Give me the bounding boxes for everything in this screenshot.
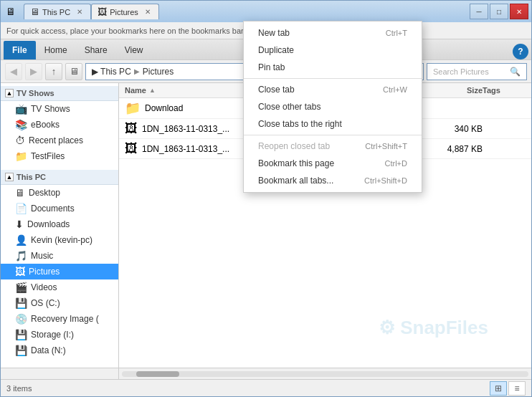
this-pc-collapse-btn[interactable]: ▲ (5, 173, 14, 181)
col-header-size[interactable]: Size (425, 86, 483, 95)
kevin-icon: 👤 (15, 234, 27, 246)
sidebar-item-kevin[interactable]: 👤 Kevin (kevin-pc) (1, 232, 118, 248)
search-icon: 🔍 (510, 67, 521, 77)
tab-this-pc[interactable]: 🖥 This PC ✕ (24, 4, 91, 19)
image-icon-2: 🖼 (125, 141, 138, 156)
sidebar-item-documents[interactable]: 📄 Documents (1, 201, 118, 216)
sidebar-item-testfiles-label: TestFiles (31, 151, 65, 161)
menu-close-tab-label: Close tab (258, 85, 295, 95)
sidebar-item-recent-label: Recent places (29, 135, 83, 145)
sidebar-item-videos-label: Videos (31, 282, 57, 292)
forward-button[interactable]: ▶ (25, 63, 42, 80)
menu-item-close-other[interactable]: Close other tabs (244, 98, 422, 115)
scrollbar-track[interactable] (122, 371, 528, 377)
menu-close-right-label: Close tabs to the right (258, 119, 342, 129)
menu-item-close-tab[interactable]: Close tab Ctrl+W (244, 81, 422, 98)
col-header-tags[interactable]: Tags (483, 86, 526, 95)
tab-pictures-label: Pictures (110, 8, 138, 16)
music-icon: 🎵 (15, 250, 27, 262)
sidebar-item-desktop-label: Desktop (29, 188, 60, 198)
tab-this-pc-icon: 🖥 (30, 6, 39, 17)
bookmark-bar-text: For quick access, place your bookmarks h… (6, 27, 245, 35)
view-buttons: ⊞ ≡ (490, 381, 526, 396)
menu-pin-tab-label: Pin tab (258, 62, 285, 72)
sidebar-item-ebooks[interactable]: 📚 eBooks (1, 117, 118, 133)
sidebar-item-music[interactable]: 🎵 Music (1, 248, 118, 264)
status-bar: 3 items ⊞ ≡ (1, 379, 531, 396)
sidebar-item-storage[interactable]: 💾 Storage (I:) (1, 327, 118, 343)
menu-bookmark-label: Bookmark this page (258, 158, 334, 168)
menu-item-duplicate[interactable]: Duplicate (244, 42, 422, 59)
file-size-1: 340 KB (425, 124, 483, 134)
menu-new-tab-shortcut: Ctrl+T (386, 29, 407, 37)
sidebar-item-recovery[interactable]: 💿 Recovery Image ( (1, 311, 118, 327)
sidebar-item-os-c[interactable]: 💾 OS (C:) (1, 295, 118, 311)
snapfiles-watermark: ⚙ SnapFiles (379, 317, 488, 339)
sidebar-item-tv-shows[interactable]: 📺 TV Shows (1, 101, 118, 117)
breadcrumb-this-pc[interactable]: ▶ This PC (92, 67, 131, 77)
menu-bookmark-shortcut: Ctrl+D (385, 159, 407, 168)
data-icon: 💾 (15, 345, 27, 356)
tab-pictures-close[interactable]: ✕ (143, 7, 153, 17)
items-count: 3 items (6, 384, 32, 393)
menu-reopen-label: Reopen closed tab (258, 141, 330, 151)
sidebar-item-recent[interactable]: ⏱ Recent places (1, 133, 118, 148)
this-pc-section-header[interactable]: ▲ This PC (1, 170, 118, 185)
tab-this-pc-label: This PC (42, 8, 70, 16)
ribbon-tab-share[interactable]: Share (76, 41, 116, 59)
maximize-button[interactable]: □ (490, 4, 508, 19)
recent-places-icon: ⏱ (15, 135, 25, 146)
list-view-button[interactable]: ≡ (508, 381, 526, 396)
sidebar-item-data[interactable]: 💾 Data (N:) (1, 343, 118, 358)
sidebar-item-testfiles[interactable]: 📁 TestFiles (1, 148, 118, 164)
menu-item-close-right[interactable]: Close tabs to the right (244, 115, 422, 133)
testfiles-icon: 📁 (15, 150, 27, 162)
sidebar-item-downloads[interactable]: ⬇ Downloads (1, 216, 118, 232)
menu-item-bookmark-all[interactable]: Bookmark all tabs... Ctrl+Shift+D (244, 172, 422, 189)
breadcrumb-pictures[interactable]: Pictures (143, 67, 174, 77)
menu-item-new-tab[interactable]: New tab Ctrl+T (244, 24, 422, 42)
sidebar-item-pictures[interactable]: 🖼 Pictures (1, 264, 118, 279)
favorites-collapse-btn[interactable]: ▲ (5, 89, 14, 97)
ribbon-tab-home[interactable]: Home (36, 41, 76, 59)
back-button[interactable]: ◀ (5, 63, 22, 80)
menu-item-reopen[interactable]: Reopen closed tab Ctrl+Shift+T (244, 138, 422, 155)
pictures-icon: 🖼 (15, 266, 25, 277)
sidebar-item-ebooks-label: eBooks (31, 120, 60, 130)
favorites-section-label: TV Shows (16, 89, 54, 97)
window-controls: ─ □ ✕ (470, 4, 528, 19)
sidebar-item-kevin-label: Kevin (kevin-pc) (31, 235, 92, 245)
help-button[interactable]: ? (513, 44, 528, 59)
ribbon-tab-home-label: Home (44, 45, 67, 55)
image-icon-1: 🖼 (125, 121, 138, 136)
favorites-section-header[interactable]: ▲ TV Shows (1, 86, 118, 101)
ribbon-tab-view[interactable]: View (116, 41, 152, 59)
details-view-button[interactable]: ⊞ (490, 381, 507, 396)
close-button[interactable]: ✕ (510, 4, 528, 19)
sidebar-item-desktop[interactable]: 🖥 Desktop (1, 185, 118, 201)
menu-item-pin-tab[interactable]: Pin tab (244, 59, 422, 76)
minimize-button[interactable]: ─ (470, 4, 488, 19)
search-box[interactable]: Search Pictures 🔍 (427, 63, 527, 80)
documents-icon: 📄 (15, 203, 27, 214)
sidebar-item-tv-shows-label: TV Shows (31, 104, 70, 114)
recent-button[interactable]: 🖥 (65, 63, 82, 80)
sidebar-item-documents-label: Documents (31, 204, 75, 214)
sidebar-item-storage-label: Storage (I:) (31, 330, 74, 340)
search-placeholder: Search Pictures (433, 67, 489, 76)
sidebar-item-pictures-label: Pictures (29, 267, 60, 277)
scrollbar-thumb[interactable] (136, 371, 179, 377)
menu-divider-1 (244, 78, 422, 79)
ribbon-tab-file[interactable]: File (4, 41, 36, 59)
videos-icon: 🎬 (15, 282, 27, 293)
menu-item-bookmark[interactable]: Bookmark this page Ctrl+D (244, 155, 422, 172)
sort-arrow: ▲ (149, 87, 156, 94)
main-window: 🖥 🖥 This PC ✕ 🖼 Pictures ✕ ─ □ ✕ For qui… (0, 0, 532, 397)
recovery-icon: 💿 (15, 313, 27, 325)
menu-divider-2 (244, 135, 422, 135)
sidebar-item-videos[interactable]: 🎬 Videos (1, 279, 118, 295)
tab-pictures[interactable]: 🖼 Pictures ✕ (91, 4, 159, 19)
tab-this-pc-close[interactable]: ✕ (75, 7, 85, 17)
up-button[interactable]: ↑ (45, 63, 62, 80)
sidebar-item-downloads-label: Downloads (27, 219, 70, 229)
